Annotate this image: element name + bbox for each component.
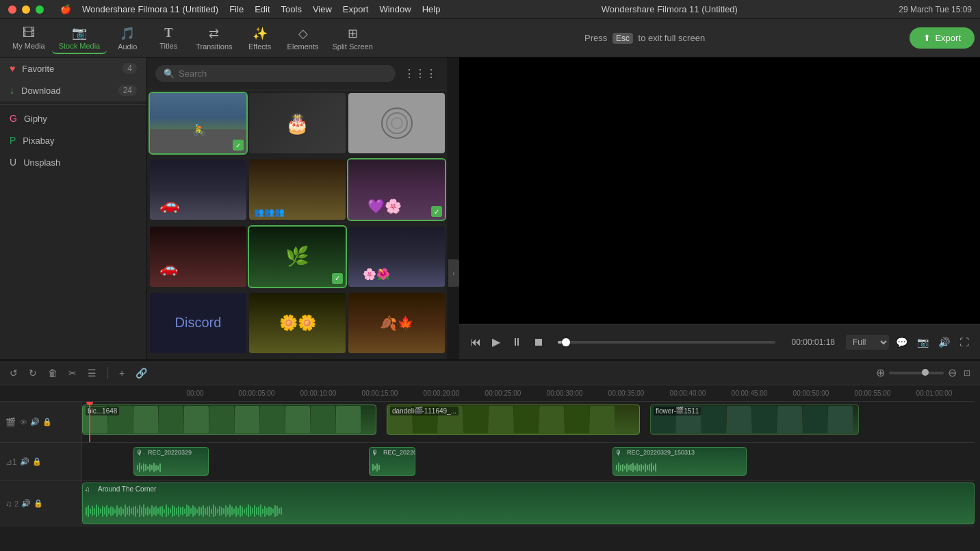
elements-label: Elements: [287, 42, 319, 51]
tl-undo-button[interactable]: ↺: [7, 365, 21, 381]
sidebar-item-pixabay[interactable]: P Pixabay: [0, 129, 146, 151]
tl-fit-button[interactable]: ⊡: [961, 366, 973, 381]
tl-link-button[interactable]: 🔗: [133, 365, 150, 381]
fullscreen-button[interactable]: ⛶: [957, 334, 972, 350]
scrubber-thumb[interactable]: [562, 338, 570, 346]
timeline-scrubber[interactable]: [558, 341, 775, 344]
strip-frame-alt: [489, 406, 513, 433]
dandelion-video-icon: 🎬: [415, 407, 423, 414]
minimize-button[interactable]: [22, 5, 30, 14]
toolbar-stock-media[interactable]: 📷 Stock Media: [52, 23, 107, 54]
thumb-car[interactable]: 🚗: [150, 159, 246, 220]
thumb-redcar[interactable]: 🚗: [150, 227, 246, 287]
strip-frame-alt: [463, 406, 488, 433]
window-menu[interactable]: Window: [379, 4, 411, 14]
music-clip-around-the-corner[interactable]: ♫ Around The Corner: [82, 483, 975, 524]
titles-label: Titles: [159, 42, 177, 50]
audio-clip-rec3[interactable]: 🎙 REC_20220329_150313: [612, 447, 747, 476]
thumb-blue-flower[interactable]: 🌿 ✓: [249, 227, 346, 287]
toolbar-titles[interactable]: T Titles: [148, 23, 189, 53]
toolbar-split-screen[interactable]: ⊞ Split Screen: [325, 23, 379, 53]
grid-toggle[interactable]: ⋮⋮⋮: [401, 64, 439, 83]
zoom-thumb[interactable]: [922, 369, 929, 376]
search-input[interactable]: [179, 68, 387, 79]
play-button[interactable]: ▶: [489, 333, 503, 351]
tl-zoom-out-button[interactable]: ⊖: [948, 366, 957, 379]
sidebar-item-favorite[interactable]: ♥ Favorite 4: [0, 57, 146, 79]
track-mute-button[interactable]: 🔊: [30, 418, 40, 426]
file-menu[interactable]: File: [229, 4, 244, 14]
thumb-circles[interactable]: [348, 93, 445, 153]
music-track-content[interactable]: ♫ Around The Corner: [82, 481, 975, 526]
tl-redo-button[interactable]: ↻: [26, 365, 40, 381]
audio-lock-button[interactable]: 🔒: [32, 457, 42, 466]
music-mute-button[interactable]: 🔊: [21, 499, 31, 508]
app-menu[interactable]: Wondershare Filmora 11 (Untitled): [82, 4, 218, 14]
strip-frame: [159, 406, 183, 433]
video-track-row: 🎬 👁 🔊 🔒: [0, 402, 975, 443]
audio-mute-button[interactable]: 🔊: [20, 457, 29, 466]
thumb-discord[interactable]: Discord: [150, 293, 246, 353]
volume-button[interactable]: 🔊: [936, 334, 953, 350]
tl-add-track-button[interactable]: +: [116, 365, 127, 381]
video-track-content[interactable]: bic...1648: [82, 402, 975, 442]
thumb-yellow-flowers[interactable]: 🌼🌼: [249, 293, 346, 353]
toolbar-audio[interactable]: 🎵 Audio: [107, 23, 148, 53]
sidebar-item-giphy[interactable]: G Giphy: [0, 107, 146, 129]
sidebar-item-unsplash[interactable]: U Unsplash: [0, 151, 146, 173]
left-panel: ♥ Favorite 4 ↓ Download 24 G Giphy P Pix…: [0, 57, 147, 359]
stop-button[interactable]: ⏹: [530, 333, 547, 351]
timeline-vertical-scrollbar[interactable]: [975, 385, 980, 551]
toolbar-effects[interactable]: ✨ Effects: [240, 23, 281, 53]
view-menu[interactable]: View: [313, 4, 332, 14]
pause-button[interactable]: ⏸: [508, 333, 525, 351]
tl-cut-button[interactable]: ✂: [66, 365, 79, 381]
video-clip-flower[interactable]: flower-111511 🎬: [650, 405, 859, 435]
thumb-bike[interactable]: 🚴 ✓: [150, 93, 246, 153]
track-lock-button[interactable]: 🔒: [42, 418, 52, 426]
audio-track-content[interactable]: 🎙 REC_20220329: [82, 443, 975, 480]
tl-menu-button[interactable]: ☰: [85, 365, 99, 381]
sidebar-item-download[interactable]: ↓ Download 24: [0, 79, 146, 101]
toolbar-transitions[interactable]: ⇄ Transitions: [189, 23, 239, 53]
video-clip-dandelion[interactable]: dandelion-111649_... 🎬: [387, 405, 640, 435]
thumb-purple2[interactable]: 🌸🌺: [348, 227, 445, 287]
step-back-button[interactable]: ⏮: [467, 333, 484, 351]
tl-zoom-in-button[interactable]: ⊕: [876, 366, 885, 379]
tools-menu[interactable]: Tools: [281, 4, 302, 14]
thumb-flowers-purple[interactable]: 💜🌸 ✓: [348, 159, 445, 220]
toolbar-my-media[interactable]: 🎞 My Media: [5, 23, 52, 53]
tl-delete-button[interactable]: 🗑: [45, 365, 60, 381]
caption-button[interactable]: 💬: [893, 334, 910, 350]
collapse-panel-button[interactable]: ‹: [448, 259, 459, 287]
video-clip-bike[interactable]: bic...1648: [82, 405, 376, 435]
favorite-count: 4: [122, 63, 137, 74]
audio-icon: 🎵: [120, 26, 135, 41]
thumb-cake[interactable]: 🎂: [249, 93, 346, 153]
thumb-blue-flower-check: ✓: [332, 273, 343, 284]
strip-frame-dark: [777, 406, 802, 433]
playhead[interactable]: [89, 402, 90, 442]
ruler-mark-20: 00:00:20:00: [411, 389, 472, 397]
audio-clip-rec1[interactable]: 🎙 REC_20220329: [133, 447, 209, 476]
close-button[interactable]: [8, 5, 16, 14]
track-eye-button[interactable]: 👁: [20, 418, 27, 426]
my-media-icon: 🎞: [23, 26, 35, 40]
timeline-tracks-area[interactable]: 00:00 00:00:05:00 00:00:10:00 00:00:15:0…: [0, 385, 975, 551]
zoom-slider[interactable]: [889, 372, 944, 374]
thumb-crowd[interactable]: 👥👥👥: [249, 159, 346, 220]
edit-menu[interactable]: Edit: [255, 4, 270, 14]
export-button[interactable]: ⬆ Export: [910, 27, 975, 49]
thumb-autumn[interactable]: 🍂🍁: [348, 293, 445, 353]
music-lock-button[interactable]: 🔒: [34, 499, 43, 508]
audio-clip-rec2[interactable]: 🎙 REC_20220...: [369, 447, 415, 476]
zoom-select[interactable]: Full 25% 50% 75% 100%: [846, 335, 889, 350]
screenshot-button[interactable]: 📷: [914, 334, 931, 350]
export-menu[interactable]: Export: [343, 4, 369, 14]
apple-menu[interactable]: 🍎: [60, 4, 71, 14]
pixabay-label: Pixabay: [23, 136, 54, 146]
search-bar[interactable]: 🔍: [155, 65, 396, 82]
toolbar-elements[interactable]: ◇ Elements: [281, 23, 326, 53]
help-menu[interactable]: Help: [422, 4, 441, 14]
maximize-button[interactable]: [36, 5, 44, 14]
